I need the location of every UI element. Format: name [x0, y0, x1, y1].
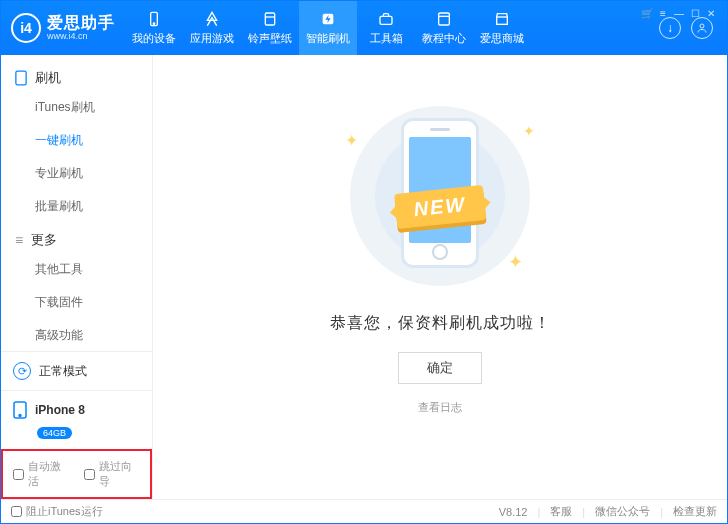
top-nav: 我的设备应用游戏铃声壁纸智能刷机工具箱教程中心爱思商城	[125, 1, 655, 55]
phone-outline-icon	[15, 70, 27, 86]
logo-badge: i4	[11, 13, 41, 43]
device-icon	[13, 401, 27, 419]
svg-point-7	[700, 24, 704, 28]
apps-icon	[203, 10, 221, 28]
nav-label: 智能刷机	[306, 31, 350, 46]
window-controls: 🛒 ≡ — ☐ ✕	[640, 4, 722, 22]
nav-music[interactable]: 铃声壁纸	[241, 1, 299, 55]
svg-rect-2	[265, 13, 274, 25]
phone-icon	[145, 10, 163, 28]
header: i4 爱思助手 www.i4.cn 我的设备应用游戏铃声壁纸智能刷机工具箱教程中…	[1, 1, 727, 55]
music-icon	[261, 10, 279, 28]
chk-block-itunes-box[interactable]	[11, 506, 22, 517]
sidebar-item-1-0[interactable]: 其他工具	[1, 253, 152, 286]
chk-block-itunes-label: 阻止iTunes运行	[26, 504, 103, 519]
more-icon: ≡	[15, 233, 23, 248]
sparkle-icon: ✦	[523, 123, 535, 139]
nav-label: 工具箱	[370, 31, 403, 46]
nav-label: 我的设备	[132, 31, 176, 46]
chk-skip-guide[interactable]: 跳过向导	[84, 459, 141, 489]
nav-label: 教程中心	[422, 31, 466, 46]
sidebar-item-1-1[interactable]: 下载固件	[1, 286, 152, 319]
chk-skip-guide-box[interactable]	[84, 469, 95, 480]
brand-site: www.i4.cn	[47, 32, 115, 42]
sidebar-group-1[interactable]: ≡更多	[1, 223, 152, 253]
list-icon[interactable]: ≡	[656, 6, 670, 20]
version-label: V8.12	[499, 506, 528, 518]
nav-phone[interactable]: 我的设备	[125, 1, 183, 55]
footer-link-update[interactable]: 检查更新	[673, 504, 717, 519]
option-checks: 自动激活 跳过向导	[1, 449, 152, 499]
toolbox-icon	[377, 10, 395, 28]
flash-icon	[319, 10, 337, 28]
nav-apps[interactable]: 应用游戏	[183, 1, 241, 55]
sidebar-item-0-0[interactable]: iTunes刷机	[1, 91, 152, 124]
sparkle-icon: ✦	[508, 251, 523, 273]
sidebar-item-0-1[interactable]: 一键刷机	[1, 124, 152, 157]
nav-flash[interactable]: 智能刷机	[299, 1, 357, 55]
maximize-icon[interactable]: ☐	[688, 6, 702, 20]
minimize-icon[interactable]: —	[672, 6, 686, 20]
nav-label: 铃声壁纸	[248, 31, 292, 46]
group-title: 刷机	[35, 69, 61, 87]
nav-store[interactable]: 爱思商城	[473, 1, 531, 55]
device-row[interactable]: iPhone 8 64GB	[1, 391, 152, 449]
footer-link-support[interactable]: 客服	[550, 504, 572, 519]
svg-rect-8	[16, 71, 26, 85]
svg-point-10	[19, 415, 21, 417]
group-title: 更多	[31, 231, 57, 249]
sidebar-item-1-2[interactable]: 高级功能	[1, 319, 152, 351]
sidebar-item-0-2[interactable]: 专业刷机	[1, 157, 152, 190]
mode-label: 正常模式	[39, 363, 87, 380]
footer-link-wechat[interactable]: 微信公众号	[595, 504, 650, 519]
svg-point-1	[153, 23, 154, 24]
nav-label: 应用游戏	[190, 31, 234, 46]
brand-name: 爱思助手	[47, 14, 115, 32]
logo[interactable]: i4 爱思助手 www.i4.cn	[1, 13, 125, 43]
svg-rect-4	[380, 16, 392, 24]
success-message: 恭喜您，保资料刷机成功啦！	[330, 313, 551, 334]
svg-rect-6	[497, 17, 508, 24]
status-bar: 阻止iTunes运行 V8.12 | 客服 | 微信公众号 | 检查更新	[1, 499, 727, 523]
close-icon[interactable]: ✕	[704, 6, 718, 20]
mode-row[interactable]: ⟳ 正常模式	[1, 352, 152, 391]
refresh-icon: ⟳	[13, 362, 31, 380]
sidebar-scroll: 刷机iTunes刷机一键刷机专业刷机批量刷机≡更多其他工具下载固件高级功能	[1, 55, 152, 351]
chk-auto-activate-box[interactable]	[13, 469, 24, 480]
nav-toolbox[interactable]: 工具箱	[357, 1, 415, 55]
sidebar-item-0-3[interactable]: 批量刷机	[1, 190, 152, 223]
view-log-link[interactable]: 查看日志	[418, 400, 462, 415]
nav-label: 爱思商城	[480, 31, 524, 46]
book-icon	[435, 10, 453, 28]
device-name: iPhone 8	[35, 403, 85, 417]
nav-book[interactable]: 教程中心	[415, 1, 473, 55]
ok-button[interactable]: 确定	[398, 352, 482, 384]
storage-badge: 64GB	[37, 427, 72, 439]
chk-block-itunes[interactable]: 阻止iTunes运行	[11, 504, 103, 519]
main-panel: NEW ✦ ✦ ✦ 恭喜您，保资料刷机成功啦！ 确定 查看日志	[153, 55, 727, 499]
store-icon	[493, 10, 511, 28]
sparkle-icon: ✦	[345, 131, 358, 150]
cart-icon[interactable]: 🛒	[640, 6, 654, 20]
chk-auto-activate[interactable]: 自动激活	[13, 459, 70, 489]
chk-auto-activate-label: 自动激活	[28, 459, 70, 489]
sidebar-group-0[interactable]: 刷机	[1, 61, 152, 91]
svg-rect-5	[439, 13, 450, 25]
sidebar: 刷机iTunes刷机一键刷机专业刷机批量刷机≡更多其他工具下载固件高级功能 ⟳ …	[1, 55, 153, 499]
chk-skip-guide-label: 跳过向导	[99, 459, 141, 489]
success-illustration: NEW ✦ ✦ ✦	[335, 101, 545, 291]
